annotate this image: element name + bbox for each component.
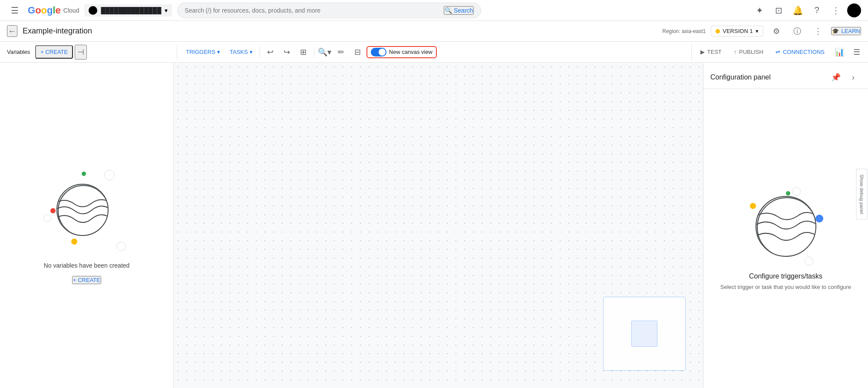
triggers-button[interactable]: TRIGGERS ▾ <box>182 46 224 58</box>
zoom-icon: 🔍 <box>318 47 327 57</box>
search-input[interactable] <box>185 7 444 14</box>
region-label: Region: asia-east1 <box>662 28 706 34</box>
toolbar-main: TRIGGERS ▾ TASKS ▾ ↩ ↪ ⊞ 🔍 ▾ ✏ ⊟ New can… <box>178 44 690 60</box>
publish-icon: ↑ <box>734 49 737 55</box>
layout-button[interactable]: ⊞ <box>296 44 311 60</box>
version-chevron: ▾ <box>756 28 759 34</box>
project-icon <box>89 6 97 15</box>
create-variable-button[interactable]: + CREATE <box>35 45 73 59</box>
view-toggle-button[interactable]: ⊟ <box>350 44 366 60</box>
google-cloud-logo[interactable]: Google Cloud <box>28 5 79 16</box>
terminal-icon[interactable]: ⊡ <box>771 3 786 18</box>
search-bar: 🔍 Search <box>177 3 481 18</box>
configuration-panel: Configuration panel 📌 › <box>703 63 868 388</box>
publish-button[interactable]: ↑ PUBLISH <box>729 46 769 58</box>
config-panel-body: Configure triggers/tasks Select trigger … <box>703 89 868 388</box>
more-options-icon[interactable]: ⋮ <box>828 3 844 18</box>
toolbar-right: ▶ TEST ↑ PUBLISH ⇌ CONNECTIONS 📊 ☰ <box>691 44 868 60</box>
config-panel-icons: 📌 › <box>828 70 861 85</box>
config-illustration <box>747 187 825 265</box>
second-nav-right: Region: asia-east1 VERSION 1 ▾ ⚙ ⓘ ⋮ 🎓 L… <box>662 23 861 39</box>
triggers-label: TRIGGERS <box>186 49 215 55</box>
triggers-chevron: ▾ <box>217 49 220 55</box>
config-globe <box>756 196 816 257</box>
edit-icon[interactable]: ✏ <box>333 44 349 60</box>
configure-subtitle: Select trigger or task that you would li… <box>720 284 851 290</box>
search-label: Search <box>454 7 473 14</box>
version-dot <box>716 29 720 33</box>
learn-button[interactable]: 🎓 LEARN <box>831 27 861 35</box>
globe-illustration <box>56 184 109 236</box>
publish-label: PUBLISH <box>739 49 763 55</box>
toolbar: Variables + CREATE ⊣ TRIGGERS ▾ TASKS ▾ … <box>0 42 868 63</box>
main-content: No variables have been created + CREATE … <box>0 63 868 388</box>
config-panel-header: Configuration panel 📌 › <box>703 63 868 89</box>
no-variables-text: No variables have been created <box>44 262 130 269</box>
redo-button[interactable]: ↪ <box>279 44 295 60</box>
more-icon[interactable]: ⋮ <box>810 23 826 39</box>
learn-label: LEARN <box>842 28 860 34</box>
toolbar-divider-1 <box>260 47 260 57</box>
settings-icon[interactable]: ⚙ <box>769 23 784 39</box>
notifications-icon[interactable]: 🔔 <box>790 3 805 18</box>
variables-panel: No variables have been created + CREATE <box>0 63 174 388</box>
tasks-label: TASKS <box>230 49 248 55</box>
gemini-icon[interactable]: ✦ <box>752 3 767 18</box>
menu-icon[interactable]: ☰ <box>7 3 23 18</box>
chart-icon[interactable]: 📊 <box>832 44 847 60</box>
learn-icon: 🎓 <box>832 28 839 34</box>
project-name: ██████████████ <box>101 7 161 14</box>
info-icon[interactable]: ⓘ <box>789 23 805 39</box>
tasks-chevron: ▾ <box>250 49 253 55</box>
close-panel-icon[interactable]: › <box>845 70 861 85</box>
variables-title: Variables <box>3 49 33 55</box>
variables-section: Variables + CREATE ⊣ <box>3 45 177 60</box>
top-nav: ☰ Google Cloud ██████████████ ▾ 🔍 Search… <box>0 0 868 21</box>
test-play-icon: ▶ <box>700 49 705 55</box>
test-label: TEST <box>707 49 722 55</box>
version-label: VERSION 1 <box>723 28 752 34</box>
project-selector[interactable]: ██████████████ ▾ <box>84 4 172 17</box>
second-nav: ← Example-integration Region: asia-east1… <box>0 21 868 42</box>
test-button[interactable]: ▶ TEST <box>695 46 727 58</box>
back-button[interactable]: ← <box>7 25 17 37</box>
google-logo-g: Google <box>28 5 61 16</box>
canvas-view-label: New canvas view <box>389 49 432 55</box>
minimap-viewport <box>631 321 657 347</box>
project-dropdown-icon: ▾ <box>165 7 168 14</box>
debug-panel-tab[interactable]: Show debug panel <box>856 169 867 219</box>
pin-icon[interactable]: 📌 <box>828 70 844 85</box>
nav-icons: ✦ ⊡ 🔔 ? ⋮ <box>752 3 861 18</box>
toolbar-divider-2 <box>314 47 314 57</box>
create-link-button[interactable]: + CREATE <box>72 276 101 284</box>
create-variable-label: + CREATE <box>40 49 68 55</box>
search-icon: 🔍 <box>445 7 452 14</box>
tasks-button[interactable]: TASKS ▾ <box>225 46 257 58</box>
create-link-label: + CREATE <box>73 277 100 283</box>
canvas-view-toggle[interactable] <box>371 48 386 56</box>
help-icon[interactable]: ? <box>809 3 825 18</box>
version-selector[interactable]: VERSION 1 ▾ <box>711 26 763 36</box>
collapse-panel-button[interactable]: ⊣ <box>75 45 87 60</box>
toggle-thumb <box>379 49 386 56</box>
minimap[interactable] <box>603 297 686 371</box>
config-panel-title: Configuration panel <box>710 73 771 81</box>
search-button[interactable]: 🔍 Search <box>444 6 474 15</box>
svg-point-1 <box>757 198 816 257</box>
configure-title: Configure triggers/tasks <box>749 272 822 280</box>
undo-button[interactable]: ↩ <box>263 44 278 60</box>
toggle-track <box>371 48 386 56</box>
cloud-label: Cloud <box>63 7 79 14</box>
zoom-button[interactable]: 🔍 ▾ <box>317 44 333 60</box>
canvas-area[interactable] <box>174 63 703 388</box>
connections-label: CONNECTIONS <box>783 49 825 55</box>
connections-button[interactable]: ⇌ CONNECTIONS <box>770 46 830 58</box>
new-canvas-toggle-wrapper: New canvas view <box>366 46 437 58</box>
connections-icon: ⇌ <box>776 49 780 55</box>
page-title: Example-integration <box>23 27 657 36</box>
avatar[interactable] <box>847 3 861 17</box>
list-icon[interactable]: ☰ <box>849 44 865 60</box>
zoom-chevron: ▾ <box>327 47 331 57</box>
debug-panel-label: Show debug panel <box>859 174 864 214</box>
empty-illustration <box>43 166 130 253</box>
